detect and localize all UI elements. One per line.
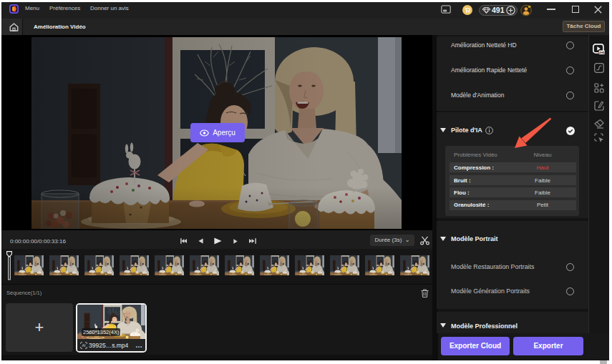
svg-text:UHD: UHD: [598, 51, 605, 54]
svg-text:AI: AI: [82, 343, 85, 348]
